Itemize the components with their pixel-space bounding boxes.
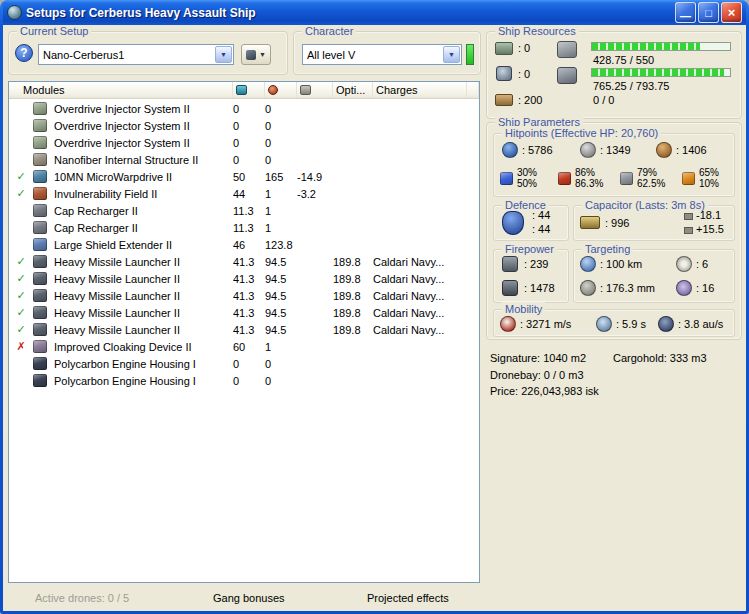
modules-table-header: Modules Opti... Charges: [9, 82, 479, 99]
module-status-icon: ✓: [9, 287, 33, 304]
module-charges: Caldari Navy...: [373, 307, 467, 319]
minimize-button[interactable]: —: [675, 2, 696, 23]
module-status-icon: ✓: [9, 321, 33, 338]
module-icon: [33, 119, 47, 132]
module-row[interactable]: Cap Recharger II 11.3 1: [9, 219, 479, 236]
module-icon: [33, 289, 47, 302]
cap-drain-icon: [684, 213, 693, 220]
help-button[interactable]: ?: [15, 44, 33, 62]
module-name: Large Shield Extender II: [51, 239, 233, 251]
module-row[interactable]: Nanofiber Internal Structure II 0 0: [9, 151, 479, 168]
module-row[interactable]: ✓ Heavy Missile Launcher II 41.3 94.5 18…: [9, 287, 479, 304]
capacitor-peak: +15.5: [696, 223, 724, 235]
module-row[interactable]: Overdrive Injector System II 0 0: [9, 134, 479, 151]
explosive-resist-icon: [682, 172, 695, 185]
armor-hp-icon: [580, 142, 596, 158]
character-select-value: All level V: [303, 49, 442, 61]
column-modules[interactable]: Modules: [9, 82, 233, 98]
ship-icon: [246, 50, 256, 60]
module-name: Overdrive Injector System II: [51, 137, 233, 149]
module-name: Improved Cloaking Device II: [51, 341, 233, 353]
kinetic-resist-icon: [620, 172, 633, 185]
column-optimal[interactable]: Opti...: [333, 82, 373, 98]
titlebar[interactable]: Setups for Cerberus Heavy Assault Ship —…: [3, 0, 746, 25]
close-button[interactable]: ×: [721, 2, 742, 23]
module-icon: [33, 357, 47, 370]
module-cpu: 41.3: [233, 307, 265, 319]
dronebay-value: Dronebay: 0 / 0 m3: [490, 369, 584, 381]
module-row[interactable]: ✓ Heavy Missile Launcher II 41.3 94.5 18…: [9, 270, 479, 287]
module-row[interactable]: ✓ Heavy Missile Launcher II 41.3 94.5 18…: [9, 321, 479, 338]
ship-resources-group: Ship Resources : 0 428.75 / 550 : 0 765.…: [486, 31, 742, 119]
module-icon: [33, 153, 47, 166]
calibration-value: : 200: [518, 94, 542, 106]
launcher-hardpoint-icon: [557, 67, 577, 84]
module-icon: [33, 238, 47, 251]
module-icon: [33, 136, 47, 149]
active-drones-label: Active drones: 0 / 5: [35, 592, 129, 604]
setup-menu-button[interactable]: ▼: [241, 44, 271, 65]
maximize-button[interactable]: □: [698, 2, 719, 23]
module-cpu: 0: [233, 137, 265, 149]
defence-value-1: : 44: [532, 209, 550, 221]
module-opti: 189.8: [333, 324, 373, 336]
module-row[interactable]: Cap Recharger II 11.3 1: [9, 202, 479, 219]
module-name: Polycarbon Engine Housing I: [51, 358, 233, 370]
modules-table: Modules Opti... Charges Overdrive Inject…: [8, 81, 480, 583]
module-row[interactable]: ✓ Heavy Missile Launcher II 41.3 94.5 18…: [9, 253, 479, 270]
column-cpu[interactable]: [233, 82, 265, 98]
projected-effects-tab[interactable]: Projected effects: [367, 592, 449, 604]
module-row[interactable]: ✗ Improved Cloaking Device II 60 1: [9, 338, 479, 355]
module-name: Invulnerability Field II: [51, 188, 233, 200]
capacitor-box: Capacitor (Lasts: 3m 8s) : 996 -18.1 +15…: [573, 205, 735, 241]
module-name: Heavy Missile Launcher II: [51, 273, 233, 285]
hitpoints-box: Hitpoints (Effective HP: 20,760) : 5786 …: [493, 133, 735, 197]
module-cpu: 44: [233, 188, 265, 200]
module-icon: [33, 170, 47, 183]
character-select[interactable]: All level V ▼: [302, 44, 462, 65]
align-time-icon: [596, 316, 612, 332]
setup-select[interactable]: Nano-Cerberus1 ▼: [38, 44, 234, 65]
gang-bonuses-tab[interactable]: Gang bonuses: [213, 592, 285, 604]
thermal-resist: 86% 86.3%: [558, 167, 603, 189]
column-powergrid[interactable]: [265, 82, 297, 98]
powergrid-upgrades-value: : 0: [518, 68, 530, 80]
module-row[interactable]: Large Shield Extender II 46 123.8: [9, 236, 479, 253]
kinetic-armor-resist: 62.5%: [637, 178, 665, 189]
module-row[interactable]: Overdrive Injector System II 0 0: [9, 100, 479, 117]
chevron-down-icon[interactable]: ▼: [443, 46, 460, 63]
volley-value: : 239: [524, 258, 548, 270]
align-time-value: : 5.9 s: [616, 318, 646, 330]
arrow-glyph: ▼: [448, 51, 455, 58]
module-row[interactable]: ✓ 10MN MicroWarpdrive II 50 165 -14.9: [9, 168, 479, 185]
module-row[interactable]: Polycarbon Engine Housing I 0 0: [9, 355, 479, 372]
powergrid-icon: [496, 66, 512, 81]
window-title: Setups for Cerberus Heavy Assault Ship: [26, 6, 671, 20]
module-pg: 123.8: [265, 239, 297, 251]
module-name: Heavy Missile Launcher II: [51, 290, 233, 302]
module-pg: 1: [265, 205, 297, 217]
module-name: Heavy Missile Launcher II: [51, 324, 233, 336]
cpu-icon: [236, 85, 247, 95]
module-row[interactable]: ✓ Heavy Missile Launcher II 41.3 94.5 18…: [9, 304, 479, 321]
module-row[interactable]: ✓ Invulnerability Field II 44 1 -3.2: [9, 185, 479, 202]
module-cpu: 11.3: [233, 222, 265, 234]
module-name: Heavy Missile Launcher II: [51, 307, 233, 319]
capacitor-icon: [580, 216, 600, 229]
price-value: Price: 226,043,983 isk: [490, 385, 599, 397]
defence-box: Defence : 44 : 44: [493, 205, 569, 241]
module-cpu: 46: [233, 239, 265, 251]
module-pg: 0: [265, 358, 297, 370]
module-name: 10MN MicroWarpdrive II: [51, 171, 233, 183]
arrow-glyph: ▼: [220, 51, 227, 58]
column-capacitor[interactable]: [297, 82, 333, 98]
cargohold-value: Cargohold: 333 m3: [613, 352, 707, 364]
armor-hp-value: : 1349: [600, 144, 631, 156]
module-row[interactable]: Overdrive Injector System II 0 0: [9, 117, 479, 134]
column-charges[interactable]: Charges: [373, 82, 467, 98]
module-row[interactable]: Polycarbon Engine Housing I 0 0: [9, 372, 479, 389]
chevron-down-icon[interactable]: ▼: [215, 46, 232, 63]
module-cpu: 0: [233, 103, 265, 115]
module-pg: 0: [265, 154, 297, 166]
powergrid-icon: [268, 85, 278, 95]
